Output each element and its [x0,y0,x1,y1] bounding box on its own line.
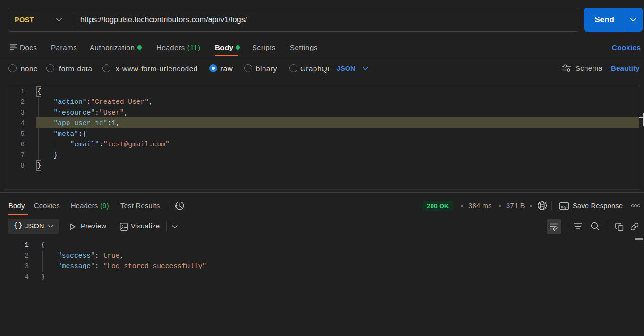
svg-text:e.g.: e.g. [561,204,567,209]
